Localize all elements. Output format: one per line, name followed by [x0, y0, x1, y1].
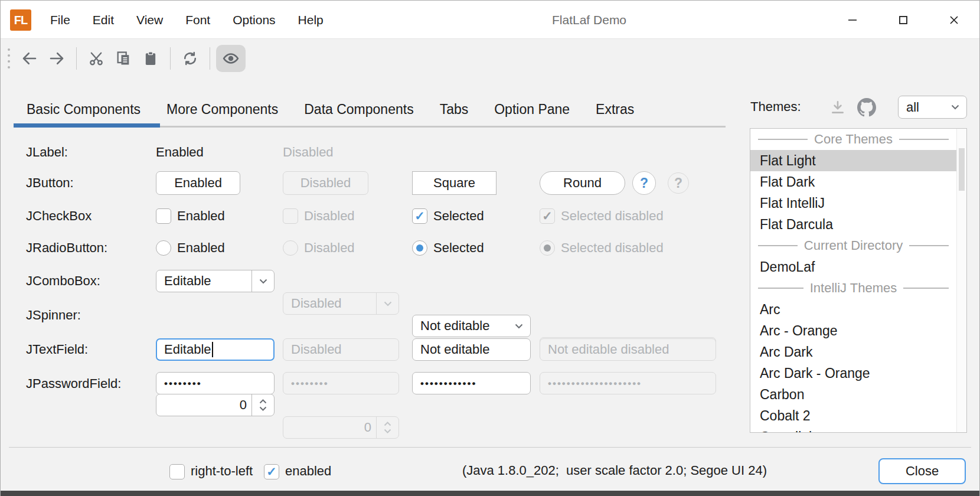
theme-item[interactable]: Arc Dark - Orange	[750, 363, 956, 384]
combobox-editable[interactable]: Editable	[156, 270, 275, 292]
paste-clipboard-icon	[142, 50, 159, 67]
window-controls	[827, 1, 979, 39]
theme-group-separator: Core Themes	[750, 129, 956, 150]
eye-toggle-button[interactable]	[216, 45, 246, 72]
theme-group-label: Core Themes	[814, 132, 893, 147]
tab-option-pane[interactable]: Option Pane	[481, 94, 583, 125]
help-button-disabled: ?	[668, 172, 689, 194]
chevron-down-icon	[259, 406, 267, 411]
paste-button[interactable]	[137, 45, 164, 72]
combobox-not-editable[interactable]: Not editable	[412, 315, 531, 337]
theme-item[interactable]: Flat Darcula	[750, 214, 956, 235]
refresh-button[interactable]	[177, 45, 204, 72]
checkbox-selected-disabled: ✓	[540, 208, 555, 224]
password-dots: ••••••••	[164, 377, 202, 390]
right-to-left-label[interactable]: right-to-left	[191, 464, 253, 479]
github-button[interactable]	[857, 97, 877, 118]
cut-scissors-icon	[88, 50, 104, 67]
checkbox-selected-label[interactable]: Selected	[433, 208, 484, 224]
chevron-down-icon[interactable]	[251, 270, 274, 292]
tab-data-components[interactable]: Data Components	[291, 94, 426, 125]
tab-more-components[interactable]: More Components	[153, 94, 291, 125]
back-arrow-icon	[21, 50, 38, 67]
check-mark-icon: ✓	[266, 465, 277, 478]
close-window-button[interactable]	[929, 1, 979, 39]
chevron-down-icon[interactable]	[944, 96, 966, 118]
theme-item[interactable]: Flat IntelliJ	[750, 192, 956, 214]
menu-view[interactable]: View	[136, 13, 163, 27]
app-logo-icon: FL	[10, 9, 31, 31]
textfield-value: Not editable	[420, 342, 489, 357]
theme-list-panel: Core ThemesFlat LightFlat DarkFlat Intel…	[750, 128, 967, 433]
radio-selected[interactable]	[412, 240, 427, 256]
selected-tab-underline	[14, 123, 160, 128]
textfield-value: Disabled	[291, 342, 342, 357]
github-icon	[857, 98, 876, 117]
minimize-button[interactable]	[827, 1, 878, 39]
chevron-down-icon[interactable]	[508, 315, 530, 337]
right-to-left-checkbox[interactable]	[169, 464, 185, 479]
forward-button[interactable]	[43, 45, 70, 72]
tab-tabs[interactable]: Tabs	[427, 94, 482, 125]
theme-item[interactable]: Arc	[750, 299, 956, 320]
toolbar-grip[interactable]	[8, 48, 10, 68]
radio-enabled-label[interactable]: Enabled	[177, 240, 225, 256]
check-mark-icon: ✓	[542, 210, 553, 222]
menu-file[interactable]: File	[50, 13, 70, 27]
round-button[interactable]: Round	[540, 171, 625, 195]
statusbar-separator	[9, 447, 971, 448]
tab-basic-components[interactable]: Basic Components	[14, 94, 153, 125]
checkbox-enabled[interactable]	[156, 208, 171, 224]
toolbar-separator	[210, 47, 210, 70]
square-button[interactable]: Square	[412, 171, 496, 195]
menu-font[interactable]: Font	[185, 13, 210, 27]
theme-group-label: IntelliJ Themes	[810, 280, 897, 296]
jcheckbox-row-label: JCheckBox	[26, 208, 92, 224]
passwordfield-enabled[interactable]: ••••••••	[156, 372, 275, 394]
theme-item[interactable]: Cyan light	[750, 426, 956, 433]
menu-help[interactable]: Help	[298, 13, 324, 27]
enabled-checkbox[interactable]: ✓	[264, 464, 279, 479]
runtime-info-text: (Java 1.8.0_202; user scale factor 2.0; …	[437, 463, 792, 478]
close-button[interactable]: Close	[878, 458, 966, 484]
jspinner-row-label: JSpinner:	[26, 307, 81, 324]
spinner-buttons[interactable]	[251, 394, 274, 416]
tab-extras[interactable]: Extras	[583, 94, 647, 125]
help-button[interactable]: ?	[632, 171, 656, 195]
checkbox-selected[interactable]: ✓	[412, 208, 427, 224]
radio-enabled[interactable]	[156, 240, 171, 256]
textfield-not-editable[interactable]: Not editable	[412, 338, 531, 361]
theme-item[interactable]: Carbon	[750, 384, 956, 405]
spinner-value[interactable]: 0	[156, 394, 247, 416]
spinner-enabled[interactable]: 0	[156, 394, 275, 416]
scrollbar-thumb[interactable]	[959, 148, 965, 191]
checkbox-enabled-label[interactable]: Enabled	[177, 208, 225, 224]
menu-edit[interactable]: Edit	[93, 13, 114, 27]
passwordfield-not-editable-disabled: ••••••••••••••••••••	[540, 372, 716, 394]
theme-item[interactable]: Arc Dark	[750, 341, 956, 363]
enabled-checkbox-label[interactable]: enabled	[285, 464, 331, 479]
enabled-button[interactable]: Enabled	[156, 171, 240, 195]
passwordfield-not-editable[interactable]: ••••••••••••	[412, 372, 531, 394]
theme-item[interactable]: Flat Dark	[750, 171, 956, 192]
copy-button[interactable]	[110, 45, 137, 72]
back-button[interactable]	[16, 45, 43, 72]
copy-icon	[115, 50, 132, 67]
disabled-button: Disabled	[283, 171, 368, 195]
cut-button[interactable]	[83, 45, 110, 72]
theme-item[interactable]: Arc - Orange	[750, 320, 956, 341]
checkbox-disabled-label: Disabled	[304, 208, 355, 224]
theme-item[interactable]: Cobalt 2	[750, 405, 956, 426]
radio-selected-label[interactable]: Selected	[433, 240, 484, 256]
radio-selected-disabled	[540, 240, 555, 256]
chevron-down-icon	[376, 293, 398, 314]
theme-list-scrollbar[interactable]	[956, 129, 966, 432]
theme-item[interactable]: Flat Light	[750, 150, 956, 171]
theme-item[interactable]: DemoLaf	[750, 256, 956, 278]
menu-options[interactable]: Options	[233, 13, 275, 27]
chevron-up-icon	[384, 422, 391, 426]
chevron-up-icon	[259, 399, 267, 404]
maximize-button[interactable]	[878, 1, 929, 39]
textfield-editable[interactable]: Editable	[156, 338, 275, 361]
theme-filter-combobox[interactable]: all	[898, 96, 967, 119]
